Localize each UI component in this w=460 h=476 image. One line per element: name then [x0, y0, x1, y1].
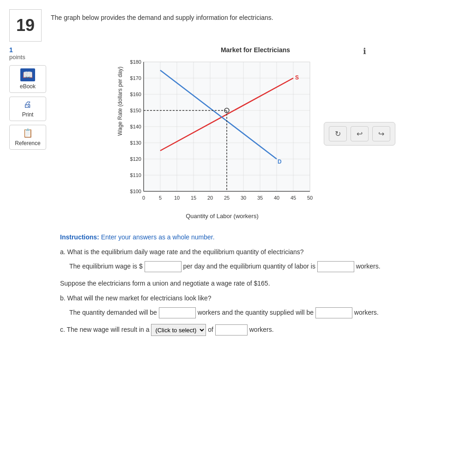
svg-text:15: 15	[191, 195, 196, 201]
y-axis-label: Wage Rate (dollars per day)	[117, 57, 123, 136]
points-label: 1 points	[9, 46, 51, 61]
svg-text:30: 30	[241, 195, 246, 201]
chart-title: Market for Electricians	[117, 46, 394, 54]
svg-text:D: D	[278, 159, 282, 165]
svg-text:5: 5	[159, 195, 162, 201]
svg-text:$170: $170	[130, 75, 141, 81]
refresh-button[interactable]: ↻	[329, 126, 347, 141]
quantity-demanded-input[interactable]	[159, 307, 196, 318]
svg-text:$140: $140	[130, 124, 141, 129]
reference-icon: 📋	[23, 128, 33, 138]
svg-text:$100: $100	[130, 189, 141, 194]
svg-text:$110: $110	[130, 172, 141, 178]
x-axis-label: Quantity of Labor (workers)	[125, 213, 319, 220]
surplus-shortage-select[interactable]: (Click to select)surplusshortage	[151, 324, 206, 336]
svg-text:$120: $120	[130, 156, 141, 162]
svg-text:$130: $130	[130, 140, 141, 146]
svg-text:$150: $150	[130, 108, 141, 113]
instructions-section: Instructions: Enter your answers as a wh…	[60, 233, 451, 241]
svg-text:40: 40	[274, 195, 279, 201]
part-b-answer-line: The quantity demanded will be workers an…	[69, 307, 451, 318]
undo-button[interactable]: ↩	[351, 126, 369, 141]
svg-text:$180: $180	[130, 59, 141, 65]
svg-text:50: 50	[307, 195, 313, 201]
reference-button[interactable]: 📋 Reference	[9, 125, 46, 150]
svg-text:45: 45	[291, 195, 296, 201]
print-icon: 🖨	[24, 100, 32, 110]
question-number: 19	[9, 9, 42, 42]
ebook-button[interactable]: 📖 eBook	[9, 65, 46, 93]
question-intro-text: The graph below provides the demand and …	[51, 9, 273, 21]
instructions-text: Enter your answers as a whole number.	[101, 233, 215, 241]
ebook-icon: 📖	[20, 68, 35, 81]
print-button[interactable]: 🖨 Print	[9, 97, 46, 121]
equilibrium-wage-input[interactable]	[145, 261, 182, 272]
chart-svg: $180 $170 $160 $150 $140 $130 $120 $110 …	[125, 57, 319, 210]
part-a-question: a. What is the equilibrium daily wage ra…	[60, 248, 451, 256]
equilibrium-quantity-input[interactable]	[317, 261, 354, 272]
svg-text:0: 0	[142, 195, 145, 201]
part-c-question: c. The new wage will result in a (Click …	[60, 324, 451, 336]
svg-text:25: 25	[224, 195, 230, 201]
svg-text:$160: $160	[130, 92, 141, 97]
svg-text:20: 20	[207, 195, 213, 201]
workers-count-input[interactable]	[215, 324, 248, 336]
part-a-answer-line: The equilibrium wage is $ per day and th…	[69, 261, 451, 272]
quantity-supplied-input[interactable]	[315, 307, 352, 318]
redo-button[interactable]: ↪	[372, 126, 390, 141]
instructions-label: Instructions:	[60, 233, 99, 241]
svg-text:35: 35	[257, 195, 263, 201]
part-b-question: b. What will the new market for electric…	[60, 294, 451, 302]
notice-text: Suppose the electricians form a union an…	[60, 280, 451, 287]
svg-text:10: 10	[174, 195, 180, 201]
info-icon[interactable]: ℹ	[363, 46, 366, 56]
svg-text:S: S	[295, 74, 299, 81]
